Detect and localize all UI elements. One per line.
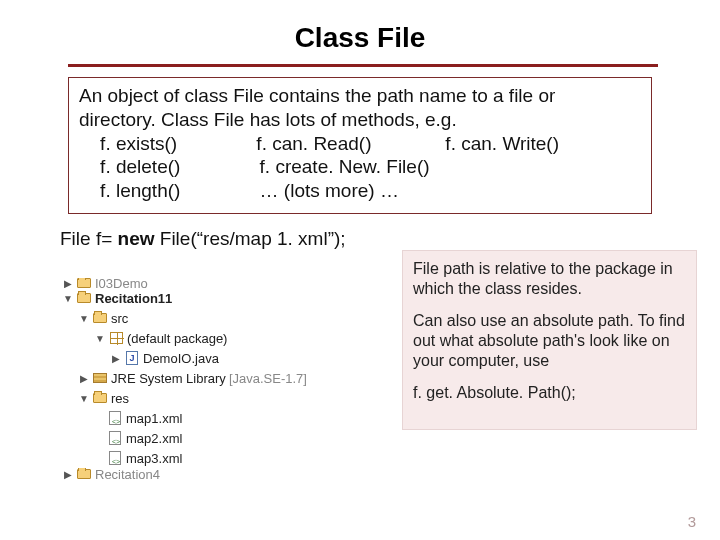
tree-label: src [111,311,128,326]
desc-line: f. length() … (lots more) … [79,179,641,203]
source-folder-icon [92,311,108,325]
slide-title: Class File [0,0,720,64]
code-text: File(“res/map 1. xml”); [155,228,346,249]
expand-icon[interactable]: ▼ [79,393,89,404]
collapse-icon[interactable]: ▶ [63,278,73,288]
tree-label: res [111,391,129,406]
collapse-icon[interactable]: ▶ [111,353,121,364]
code-example: File f= new File(“res/map 1. xml”); [60,228,720,250]
tree-row[interactable]: ▶ JRE System Library [Java.SE-1.7] [60,368,400,388]
tree-label: DemoIO.java [143,351,219,366]
lower-region: ▶ I03Demo ▼ Recitation11 ▼ src ▼ (defaul… [60,278,690,510]
project-icon [76,468,92,480]
tree-row[interactable]: map1.xml [60,408,400,428]
tree-label: map1.xml [126,411,182,426]
package-explorer-tree: ▶ I03Demo ▼ Recitation11 ▼ src ▼ (defaul… [60,278,400,480]
project-icon [76,291,92,305]
tree-label: JRE System Library [111,371,226,386]
expand-icon[interactable]: ▼ [79,313,89,324]
tree-label: I03Demo [95,278,148,288]
java-file-icon: J [124,351,140,365]
title-underline [68,64,658,67]
tree-row[interactable]: map3.xml [60,448,400,468]
tree-row[interactable]: ▶ Recitation4 [60,468,400,480]
xml-file-icon [107,431,123,445]
collapse-icon[interactable]: ▶ [79,373,89,384]
desc-line: An object of class File contains the pat… [79,84,641,108]
desc-line: f. exists() f. can. Read() f. can. Write… [79,132,641,156]
tree-row[interactable]: ▼ Recitation11 [60,288,400,308]
expand-icon[interactable]: ▼ [95,333,105,344]
note-paragraph: Can also use an absolute path. To find o… [413,311,686,371]
page-number: 3 [688,513,696,530]
tree-label: Recitation11 [95,291,172,306]
tree-row[interactable]: ▶ J DemoIO.java [60,348,400,368]
tree-label: map2.xml [126,431,182,446]
note-paragraph: File path is relative to the package in … [413,259,686,299]
tree-row[interactable]: map2.xml [60,428,400,448]
tree-row[interactable]: ▼ src [60,308,400,328]
xml-file-icon [107,411,123,425]
expand-icon[interactable]: ▼ [63,293,73,304]
xml-file-icon [107,451,123,465]
tree-row[interactable]: ▶ I03Demo [60,278,400,288]
tree-label: map3.xml [126,451,182,466]
folder-icon [92,391,108,405]
tree-label: (default package) [127,331,227,346]
code-text: File f= [60,228,118,249]
package-icon [108,331,124,345]
collapse-icon[interactable]: ▶ [63,469,73,480]
project-icon [76,278,92,288]
code-keyword: new [118,228,155,249]
explanation-note: File path is relative to the package in … [402,250,697,430]
tree-label: Recitation4 [95,468,160,480]
note-code: f. get. Absolute. Path(); [413,383,686,403]
tree-label-suffix: [Java.SE-1.7] [229,371,307,386]
tree-row[interactable]: ▼ res [60,388,400,408]
tree-row[interactable]: ▼ (default package) [60,328,400,348]
description-box: An object of class File contains the pat… [68,77,652,214]
desc-line: directory. Class File has lots of method… [79,108,641,132]
desc-line: f. delete() f. create. New. File() [79,155,641,179]
library-icon [92,371,108,385]
